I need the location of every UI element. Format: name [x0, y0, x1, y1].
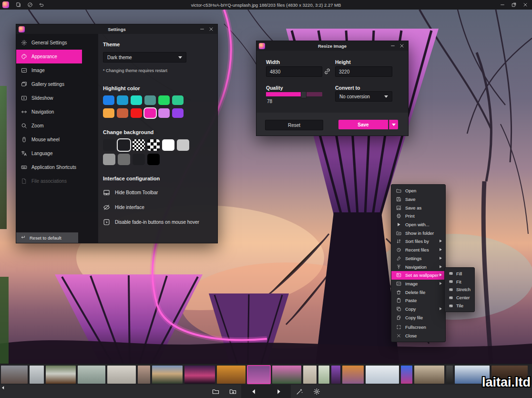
disable-fade-in-buttons-option[interactable]: Disable fade-in buttons on mouse hover — [103, 219, 214, 226]
highlight-swatch[interactable] — [158, 108, 170, 118]
thumbnail[interactable] — [318, 366, 329, 384]
thumbnail[interactable] — [152, 366, 183, 384]
highlight-swatch[interactable] — [144, 95, 156, 105]
menu-item-show-in-folder[interactable]: Show in folder — [391, 229, 445, 237]
menu-item-set-as-wallpaper[interactable]: Set as wallpaper — [391, 271, 445, 280]
close-button[interactable] — [520, 1, 531, 9]
link-dimensions-icon[interactable] — [324, 68, 331, 75]
hide-bottom-toolbar-option[interactable]: Hide Bottom Toolbar — [103, 189, 214, 196]
reset-to-default-button[interactable]: Reset to default — [16, 232, 78, 243]
highlight-swatch[interactable] — [117, 108, 128, 118]
background-swatch[interactable] — [103, 154, 115, 165]
sidebar-item-gallery-settings[interactable]: Gallery settings — [16, 77, 98, 91]
thumbnail[interactable] — [46, 366, 76, 384]
highlight-swatch[interactable] — [131, 95, 142, 105]
highlight-swatch[interactable] — [131, 108, 142, 118]
save-button[interactable]: Save — [338, 120, 388, 129]
sidebar-item-image[interactable]: Image — [16, 63, 98, 77]
hide-interface-option[interactable]: Hide interface — [103, 204, 214, 211]
highlight-swatch[interactable] — [103, 108, 114, 118]
thumbnail[interactable] — [30, 366, 44, 384]
sidebar-item-appearance[interactable]: Appearance — [16, 50, 82, 63]
sidebar-item-zoom[interactable]: Zoom — [16, 119, 98, 133]
sidebar-item-language[interactable]: Language — [16, 147, 98, 160]
submenu-item-center[interactable]: Center — [445, 293, 474, 302]
highlight-swatch[interactable] — [172, 95, 184, 105]
highlight-swatch[interactable] — [172, 108, 184, 118]
sidebar-item-general-settings[interactable]: General Settings — [16, 36, 98, 50]
thumbnail[interactable] — [342, 366, 364, 384]
open-gallery-button[interactable] — [224, 385, 241, 398]
reset-button[interactable]: Reset — [265, 120, 323, 130]
highlight-swatch-selected[interactable] — [144, 108, 156, 118]
sidebar-item-navigation[interactable]: Navigation — [16, 105, 98, 119]
next-image-button[interactable] — [266, 385, 291, 398]
thumbnail[interactable] — [1, 366, 28, 384]
sidebar-item-application-shortcuts[interactable]: Application Shortcuts — [16, 160, 98, 174]
theme-dropdown[interactable]: Dark theme — [103, 52, 186, 63]
submenu-item-stretch[interactable]: Stretch — [445, 286, 474, 294]
menu-item-image[interactable]: Image — [391, 280, 445, 288]
submenu-item-fill[interactable]: Fill — [445, 270, 474, 278]
minimize-button[interactable] — [197, 25, 206, 33]
thumbnail[interactable] — [272, 366, 301, 384]
background-swatch[interactable] — [118, 154, 130, 165]
menu-item-paste[interactable]: Paste — [391, 296, 445, 305]
menu-item-fullscreen[interactable]: Fullscreen — [391, 323, 445, 332]
background-swatch[interactable] — [177, 139, 189, 151]
width-input[interactable] — [266, 66, 322, 77]
thumbnail[interactable] — [414, 366, 444, 384]
submenu-item-tile[interactable]: Tile — [445, 302, 474, 310]
background-swatch[interactable] — [147, 154, 160, 165]
sidebar-item-slideshow[interactable]: Slideshow — [16, 91, 98, 105]
copy-image-icon[interactable] — [13, 1, 24, 9]
sidebar-item-mouse-wheel[interactable]: Mouse wheel — [16, 133, 98, 147]
background-swatch-selected[interactable] — [118, 139, 130, 151]
menu-item-save[interactable]: Save — [391, 195, 445, 204]
open-folder-button[interactable] — [207, 385, 224, 398]
settings-gear-button[interactable] — [308, 385, 325, 398]
submenu-item-fit[interactable]: Fit — [445, 278, 474, 286]
background-swatch[interactable] — [133, 154, 145, 165]
thumbnail-selected[interactable] — [247, 366, 270, 384]
thumbnail[interactable] — [138, 366, 150, 384]
thumbnail[interactable] — [78, 366, 105, 384]
close-button[interactable] — [206, 25, 215, 33]
thumbnail[interactable] — [331, 366, 340, 384]
close-button[interactable] — [397, 42, 406, 50]
highlight-swatch[interactable] — [103, 95, 114, 105]
previous-image-button[interactable] — [241, 385, 266, 398]
settings-titlebar[interactable]: Settings — [16, 24, 217, 34]
minimize-button[interactable] — [497, 1, 508, 9]
thumbnail[interactable] — [366, 366, 399, 384]
menu-item-close[interactable]: Close — [391, 332, 445, 340]
thumbnail[interactable] — [303, 366, 317, 384]
height-input[interactable] — [335, 66, 392, 77]
thumbnail-scroll-left-arrow[interactable] — [0, 385, 6, 390]
background-swatch[interactable] — [162, 139, 174, 151]
thumbnail[interactable] — [107, 366, 136, 384]
background-swatch[interactable] — [103, 139, 115, 151]
slideshow-toggle-icon[interactable] — [24, 1, 36, 9]
highlight-swatch[interactable] — [158, 95, 170, 105]
menu-item-open[interactable]: Open — [391, 187, 445, 195]
menu-item-recent-files[interactable]: Recent files — [391, 246, 445, 254]
menu-item-settings[interactable]: Settings — [391, 254, 445, 263]
highlight-swatch[interactable] — [117, 95, 128, 105]
thumbnail[interactable] — [184, 366, 215, 384]
menu-item-copy[interactable]: Copy — [391, 305, 445, 314]
menu-item-open-with[interactable]: Open with... — [391, 220, 445, 229]
menu-item-save-as[interactable]: Save as — [391, 203, 445, 212]
back-icon[interactable] — [36, 1, 47, 9]
convert-to-dropdown[interactable]: No conversion — [335, 91, 392, 102]
menu-item-sort-files-by[interactable]: Sort files by — [391, 237, 445, 246]
menu-item-print[interactable]: Print — [391, 212, 445, 220]
menu-item-copy-file[interactable]: Copy file — [391, 313, 445, 322]
quality-slider[interactable] — [266, 92, 322, 96]
menu-item-delete-file[interactable]: Delete file — [391, 288, 445, 296]
edit-wand-button[interactable] — [291, 385, 308, 398]
menu-item-navigation[interactable]: Navigation — [391, 262, 445, 271]
maximize-button[interactable] — [508, 1, 520, 9]
save-options-dropdown-button[interactable] — [389, 120, 398, 129]
sidebar-item-file-associations[interactable]: File associations — [16, 174, 98, 188]
